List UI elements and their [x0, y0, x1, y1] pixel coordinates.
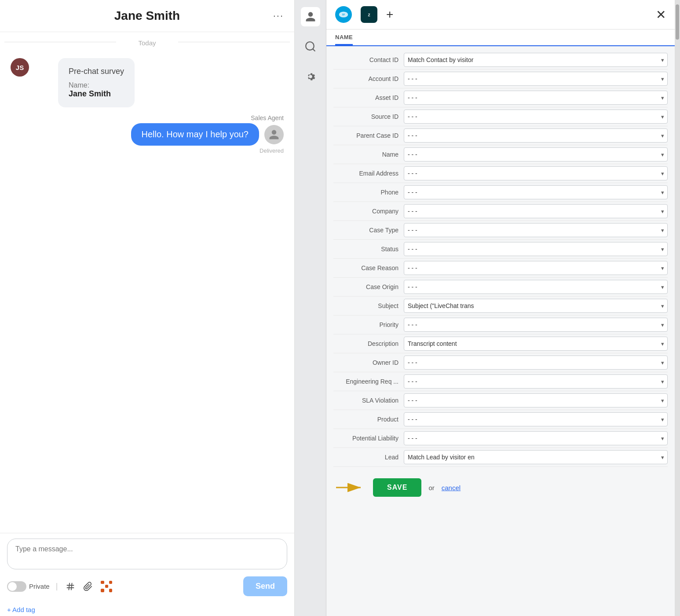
- cancel-link[interactable]: cancel: [442, 484, 461, 491]
- arrow-icon: [335, 480, 366, 495]
- close-button[interactable]: ✕: [656, 7, 666, 22]
- field-select[interactable]: - - -: [404, 72, 668, 86]
- field-select[interactable]: - - -: [404, 242, 668, 256]
- field-select[interactable]: - - -: [404, 412, 668, 426]
- field-label: Parent Case ID: [333, 132, 404, 139]
- field-label: Owner ID: [333, 359, 404, 366]
- config-header: SF Z + ✕: [326, 0, 675, 29]
- field-select-wrap: Match Lead by visitor en: [404, 450, 668, 464]
- field-row: Priority- - -: [333, 315, 668, 334]
- qr-button[interactable]: [99, 579, 114, 594]
- field-row: Parent Case ID- - -: [333, 126, 668, 145]
- person-icon: [305, 11, 316, 22]
- field-select[interactable]: - - -: [404, 185, 668, 199]
- field-row: Status- - -: [333, 240, 668, 259]
- field-label: Source ID: [333, 113, 404, 120]
- hashtag-button[interactable]: [64, 580, 77, 593]
- field-row: Engineering Req ...- - -: [333, 372, 668, 391]
- salesforce-logo: SF: [335, 6, 352, 23]
- chat-title: Jane Smith: [114, 9, 180, 23]
- zendesk-icon: Z: [362, 10, 376, 19]
- scrollbar-thumb[interactable]: [676, 4, 679, 40]
- field-row: SLA Violation- - -: [333, 391, 668, 410]
- field-label: Description: [333, 340, 404, 347]
- sidebar-item-settings[interactable]: [301, 67, 320, 86]
- add-tag-link[interactable]: + Add tag: [0, 603, 294, 616]
- field-label: Name: [333, 151, 404, 158]
- field-label: Phone: [333, 189, 404, 196]
- pre-chat-name-value: Jane Smith: [69, 89, 111, 98]
- private-toggle[interactable]: [7, 581, 26, 592]
- save-button[interactable]: SAVE: [373, 478, 421, 497]
- scrollbar[interactable]: [675, 0, 680, 616]
- field-select-wrap: - - -: [404, 261, 668, 275]
- message-input[interactable]: [7, 539, 287, 569]
- fields-container: Contact IDMatch Contact by visitorAccoun…: [326, 46, 675, 471]
- field-select[interactable]: - - -: [404, 374, 668, 389]
- svg-text:SF: SF: [342, 13, 345, 16]
- pre-chat-row: JS Pre-chat survey Name: Jane Smith: [11, 58, 284, 107]
- field-label: Asset ID: [333, 94, 404, 101]
- field-label: Contact ID: [333, 56, 404, 63]
- private-toggle-wrap: Private: [7, 581, 50, 592]
- field-row: Email Address- - -: [333, 164, 668, 183]
- field-select[interactable]: - - -: [404, 223, 668, 237]
- chat-input-area: Private | Send: [0, 533, 294, 603]
- field-select[interactable]: Subject ("LiveChat trans: [404, 299, 668, 313]
- field-row: Product- - -: [333, 410, 668, 429]
- field-select[interactable]: - - -: [404, 318, 668, 332]
- field-select[interactable]: Match Lead by visitor en: [404, 450, 668, 464]
- field-select-wrap: - - -: [404, 356, 668, 370]
- field-select[interactable]: Transcript content: [404, 337, 668, 351]
- field-select-wrap: - - -: [404, 128, 668, 143]
- qr-icon: [101, 581, 112, 592]
- field-select[interactable]: - - -: [404, 431, 668, 445]
- field-select[interactable]: - - -: [404, 91, 668, 105]
- field-select[interactable]: - - -: [404, 110, 668, 124]
- field-select[interactable]: - - -: [404, 261, 668, 275]
- field-label: Engineering Req ...: [333, 378, 404, 385]
- field-select[interactable]: - - -: [404, 166, 668, 180]
- field-select[interactable]: - - -: [404, 204, 668, 218]
- field-row: Phone- - -: [333, 183, 668, 202]
- more-button[interactable]: ···: [273, 10, 284, 22]
- field-select[interactable]: - - -: [404, 147, 668, 161]
- right-panel: SF Z + ✕ NAME Contact IDMatch Contact by…: [295, 0, 680, 616]
- field-select[interactable]: - - -: [404, 128, 668, 143]
- field-select[interactable]: - - -: [404, 393, 668, 407]
- field-select-wrap: - - -: [404, 110, 668, 124]
- attachment-button[interactable]: [81, 580, 95, 593]
- field-select-wrap: - - -: [404, 412, 668, 426]
- field-label: Product: [333, 416, 404, 423]
- send-button[interactable]: Send: [243, 576, 287, 596]
- attachment-icon: [83, 582, 93, 591]
- field-row: Asset ID- - -: [333, 88, 668, 107]
- field-label: Case Reason: [333, 264, 404, 271]
- chat-header: Jane Smith ···: [0, 0, 294, 32]
- sidebar-item-search[interactable]: [301, 37, 320, 56]
- field-select-wrap: Match Contact by visitor: [404, 53, 668, 67]
- field-row: DescriptionTranscript content: [333, 334, 668, 353]
- icon-sidebar: [295, 0, 326, 616]
- field-select[interactable]: - - -: [404, 356, 668, 370]
- field-row: Source ID- - -: [333, 107, 668, 126]
- field-row: Potential Liability- - -: [333, 429, 668, 448]
- or-text: or: [428, 484, 434, 491]
- sidebar-item-person[interactable]: [301, 7, 320, 26]
- delivered-text: Delivered: [260, 147, 284, 154]
- field-select[interactable]: Match Contact by visitor: [404, 53, 668, 67]
- add-integration-button[interactable]: +: [386, 7, 393, 22]
- field-label: Case Type: [333, 227, 404, 234]
- field-select[interactable]: - - -: [404, 280, 668, 294]
- field-row: Company- - -: [333, 202, 668, 221]
- avatar: JS: [11, 58, 29, 77]
- field-select-wrap: - - -: [404, 280, 668, 294]
- field-select-wrap: Subject ("LiveChat trans: [404, 299, 668, 313]
- pre-chat-survey: Pre-chat survey Name: Jane Smith: [58, 58, 135, 107]
- field-select-wrap: - - -: [404, 72, 668, 86]
- field-row: SubjectSubject ("LiveChat trans: [333, 297, 668, 315]
- tab-name[interactable]: NAME: [335, 29, 353, 45]
- tab-header: NAME: [326, 29, 675, 46]
- field-select-wrap: Transcript content: [404, 337, 668, 351]
- field-row: LeadMatch Lead by visitor en: [333, 448, 668, 467]
